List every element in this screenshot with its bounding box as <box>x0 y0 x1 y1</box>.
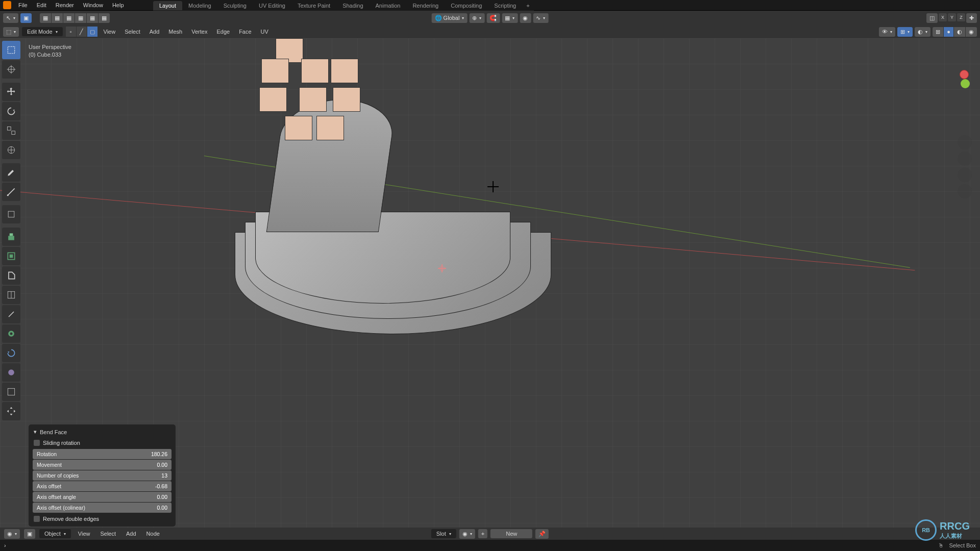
snap-btn-2[interactable]: ▦ <box>52 13 63 23</box>
snap-btn-3[interactable]: ▦ <box>63 13 75 23</box>
checkbox-icon[interactable] <box>34 516 40 522</box>
tab-add-button[interactable]: + <box>522 2 533 10</box>
edge-slide-tool[interactable] <box>2 383 20 401</box>
shrink-tool[interactable] <box>2 402 20 420</box>
shading-rendered[interactable]: ◉ <box>966 27 977 37</box>
gizmo-y-icon[interactable] <box>961 79 970 88</box>
polybuild-tool[interactable] <box>2 324 20 343</box>
nav-gizmo[interactable] <box>925 55 971 101</box>
menu-face[interactable]: Face <box>236 28 254 36</box>
extrude-tool[interactable] <box>2 228 20 246</box>
material-browse-btn[interactable]: ◉▾ <box>459 529 475 539</box>
smooth-tool[interactable] <box>2 363 20 382</box>
menu-render[interactable]: Render <box>52 1 78 9</box>
slot-dropdown[interactable]: Slot▾ <box>431 529 456 538</box>
menu-window[interactable]: Window <box>79 1 107 9</box>
transform-tool[interactable] <box>2 141 20 159</box>
menu-vertex[interactable]: Vertex <box>188 28 210 36</box>
knife-tool[interactable] <box>2 305 20 323</box>
cursor-tool-dropdown[interactable]: ↖▾ <box>3 13 18 23</box>
op-movement-field[interactable]: Movement 0.00 <box>33 460 172 470</box>
axis-y-btn[interactable]: Y <box>948 13 956 21</box>
menu-help[interactable]: Help <box>108 1 128 9</box>
shading-wireframe[interactable]: ⊞ <box>933 27 943 37</box>
inset-tool[interactable] <box>2 247 20 265</box>
annotate-tool[interactable] <box>2 163 20 182</box>
mirror-btn[interactable]: ◫ <box>926 13 938 23</box>
snap-btn-5[interactable]: ▦ <box>87 13 98 23</box>
snap-btn-6[interactable]: ▦ <box>99 13 110 23</box>
move-tool[interactable] <box>2 83 20 101</box>
pin-btn[interactable]: 📌 <box>535 529 549 539</box>
tab-uv-editing[interactable]: UV Editing <box>253 1 291 10</box>
new-material-button[interactable]: New <box>491 529 532 538</box>
menu-file[interactable]: File <box>14 1 32 9</box>
gizmo-x-icon[interactable] <box>960 70 969 79</box>
cursor-tool[interactable] <box>2 60 20 79</box>
xray-toggle[interactable]: ◐▾ <box>915 27 930 37</box>
select-tool-btn[interactable]: ▣ <box>20 13 32 23</box>
shading-matprev[interactable]: ◐ <box>954 27 965 37</box>
scale-tool[interactable] <box>2 121 20 140</box>
pivot-dropdown[interactable]: ⊕▾ <box>469 13 484 23</box>
vertex-select-btn[interactable]: ▫ <box>66 27 76 37</box>
op-copies-field[interactable]: Number of copies 13 <box>33 470 172 481</box>
tab-texture-paint[interactable]: Texture Paint <box>291 1 336 10</box>
proportional-type[interactable]: ∿▾ <box>533 13 548 23</box>
op-rotation-field[interactable]: Rotation 180.26 <box>33 449 172 459</box>
tab-sculpting[interactable]: Sculpting <box>217 1 253 10</box>
orientation-dropdown[interactable]: 🌐 Global▾ <box>432 13 468 23</box>
editor-type-btn[interactable]: ⬚▾ <box>3 27 19 37</box>
select-box-tool[interactable] <box>2 41 20 59</box>
node-menu-node[interactable]: Node <box>143 530 163 538</box>
editor-type-node-btn[interactable]: ◉▾ <box>4 529 20 539</box>
spin-tool[interactable] <box>2 344 20 362</box>
op-remove-double[interactable]: Remove double edges <box>29 513 176 524</box>
add-cube-tool[interactable] <box>2 205 20 223</box>
material-add-btn[interactable]: + <box>478 529 487 538</box>
tab-modeling[interactable]: Modeling <box>182 1 217 10</box>
node-menu-add[interactable]: Add <box>123 530 139 538</box>
overlay-toggle[interactable]: ⊞▾ <box>897 27 913 37</box>
menu-mesh[interactable]: Mesh <box>165 28 185 36</box>
bevel-tool[interactable] <box>2 266 20 285</box>
menu-view[interactable]: View <box>101 28 119 36</box>
auto-merge-btn[interactable]: ✚ <box>966 13 977 23</box>
menu-add[interactable]: Add <box>146 28 163 36</box>
tab-rendering[interactable]: Rendering <box>406 1 445 10</box>
menu-uv[interactable]: UV <box>258 28 272 36</box>
3d-viewport[interactable]: User Perspective (0) Cube.033 ▾ <box>0 38 980 529</box>
op-axis-angle-field[interactable]: Axis offset angle 0.00 <box>33 492 172 502</box>
app-logo-icon[interactable] <box>3 1 11 9</box>
loopcut-tool[interactable] <box>2 286 20 304</box>
use-nodes-btn[interactable]: ▣ <box>24 529 35 539</box>
node-menu-select[interactable]: Select <box>97 530 119 538</box>
tab-shading[interactable]: Shading <box>336 1 369 10</box>
snap-btn-4[interactable]: ▦ <box>75 13 86 23</box>
op-sliding-rotation[interactable]: Sliding rotation <box>29 437 176 448</box>
op-axis-colinear-field[interactable]: Axis offset (colinear) 0.00 <box>33 503 172 513</box>
edge-select-btn[interactable]: ╱ <box>77 27 87 37</box>
mode-dropdown[interactable]: Edit Mode▾ <box>22 27 63 36</box>
proportional-toggle[interactable]: ◉ <box>520 13 531 23</box>
axis-z-btn[interactable]: Z <box>957 13 965 21</box>
axis-x-btn[interactable]: X <box>939 13 947 21</box>
camera-btn[interactable] <box>958 168 972 182</box>
checkbox-icon[interactable] <box>34 440 40 446</box>
zoom-btn[interactable] <box>958 135 972 149</box>
menu-edge[interactable]: Edge <box>213 28 233 36</box>
mesh-display-dropdown[interactable]: 👁▾ <box>879 27 895 37</box>
node-menu-view[interactable]: View <box>75 530 93 538</box>
tab-layout[interactable]: Layout <box>153 1 182 10</box>
tab-scripting[interactable]: Scripting <box>488 1 522 10</box>
tab-compositing[interactable]: Compositing <box>445 1 488 10</box>
object-dropdown[interactable]: Object▾ <box>39 529 71 538</box>
persp-btn[interactable] <box>958 184 972 198</box>
snap-btn-1[interactable]: ▦ <box>40 13 51 23</box>
shading-solid[interactable]: ● <box>944 27 953 37</box>
measure-tool[interactable] <box>2 183 20 201</box>
pan-btn[interactable] <box>958 152 972 166</box>
snap-toggle[interactable]: 🧲 <box>486 13 500 23</box>
operator-header[interactable]: ▾ Bend Face <box>29 427 176 437</box>
menu-select[interactable]: Select <box>121 28 143 36</box>
